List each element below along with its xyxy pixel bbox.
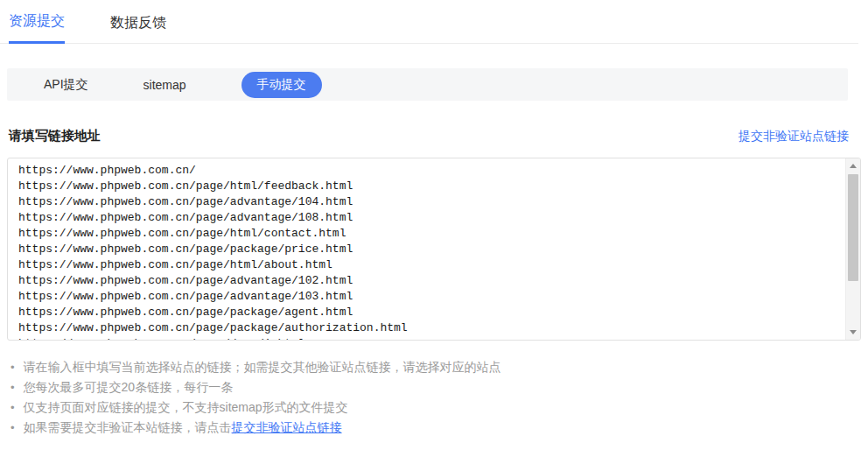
subtab-sitemap[interactable]: sitemap bbox=[144, 78, 186, 92]
url-line: https://www.phpweb.com.cn/page/advantage… bbox=[18, 210, 836, 226]
instruction-text: 仅支持页面对应链接的提交，不支持sitemap形式的文件提交 bbox=[24, 400, 348, 414]
section-header: 请填写链接地址 提交非验证站点链接 bbox=[9, 128, 849, 144]
subtab-api-submit[interactable]: API提交 bbox=[44, 77, 88, 93]
instructions-list: 请在输入框中填写当前选择站点的链接；如需提交其他验证站点链接，请选择对应的站点您… bbox=[10, 357, 868, 438]
section-title: 请填写链接地址 bbox=[9, 128, 101, 144]
url-list: https://www.phpweb.com.cn/https://www.ph… bbox=[8, 158, 860, 340]
vertical-scrollbar[interactable] bbox=[845, 158, 860, 340]
url-line: https://www.phpweb.com.cn/page/advantage… bbox=[18, 194, 836, 210]
instruction-item: 您每次最多可提交20条链接，每行一条 bbox=[10, 377, 868, 397]
scrollbar-thumb[interactable] bbox=[848, 174, 858, 281]
tab-data-feedback[interactable]: 数据反馈 bbox=[110, 14, 166, 43]
primary-tab-bar: 资源提交 数据反馈 bbox=[0, 0, 858, 44]
url-line: https://www.phpweb.com.cn/page/advantage… bbox=[18, 289, 836, 305]
scroll-down-icon[interactable] bbox=[850, 330, 857, 334]
instruction-text: 请在输入框中填写当前选择站点的链接；如需提交其他验证站点链接，请选择对应的站点 bbox=[24, 360, 501, 374]
url-line: https://www.phpweb.com.cn/page/package/a… bbox=[18, 305, 836, 320]
url-line: https://www.phpweb.com.cn/ bbox=[18, 163, 836, 179]
url-line: https://www.phpweb.com.cn/page/html/feed… bbox=[18, 179, 836, 194]
instruction-text: 您每次最多可提交20条链接，每行一条 bbox=[24, 380, 234, 394]
url-line: https://www.phpweb.com.cn/page/package/p… bbox=[18, 242, 836, 257]
instruction-item: 请在输入框中填写当前选择站点的链接；如需提交其他验证站点链接，请选择对应的站点 bbox=[10, 357, 868, 377]
submit-unverified-site-inline-link[interactable]: 提交非验证站点链接 bbox=[232, 420, 342, 434]
url-line: https://www.phpweb.com.cn/page/html/cont… bbox=[18, 226, 836, 242]
link-input-textarea[interactable]: https://www.phpweb.com.cn/https://www.ph… bbox=[7, 158, 861, 341]
scroll-up-icon[interactable] bbox=[850, 164, 857, 168]
subtab-manual-submit[interactable]: 手动提交 bbox=[242, 72, 322, 98]
instruction-text: 如果需要提交非验证本站链接，请点击 bbox=[24, 420, 232, 434]
submit-unverified-site-link[interactable]: 提交非验证站点链接 bbox=[738, 129, 849, 144]
tab-resource-submit[interactable]: 资源提交 bbox=[9, 12, 65, 44]
url-line: https://www.phpweb.com.cn/page/package/a… bbox=[18, 320, 836, 336]
submit-method-bar: API提交 sitemap 手动提交 bbox=[7, 68, 848, 101]
url-line: https://www.phpweb.com.cn/page/advantage… bbox=[18, 273, 836, 289]
url-line: https://www.phpweb.com.cn/page/html/abou… bbox=[18, 257, 836, 273]
url-line: https://www.phpweb.com.cn/page/demo/1.ht… bbox=[18, 336, 836, 340]
instruction-item: 仅支持页面对应链接的提交，不支持sitemap形式的文件提交 bbox=[10, 397, 868, 418]
instruction-item: 如果需要提交非验证本站链接，请点击提交非验证站点链接 bbox=[10, 418, 868, 438]
